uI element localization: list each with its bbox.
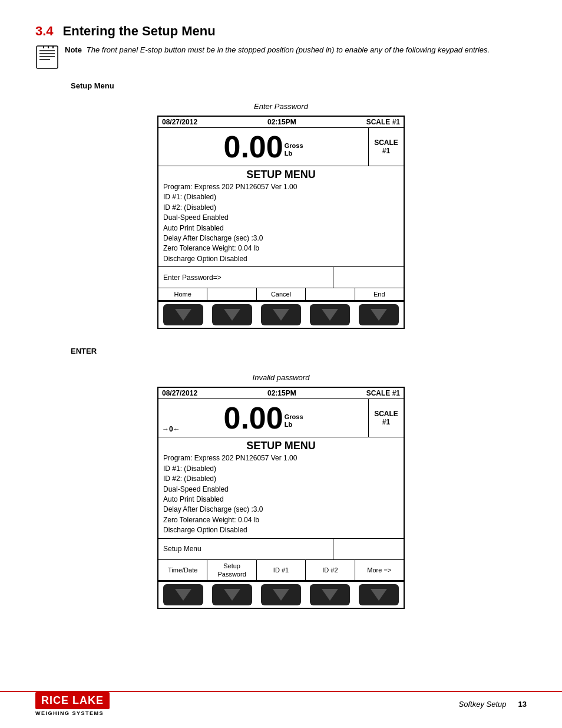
screen2-info-line-0: Program: Express 202 PN126057 Ver 1.00 [163,453,399,463]
screen2-scale-badge: SCALE #1 [368,399,404,437]
screen2-section: Invalid password 08/27/2012 02:15PM SCAL… [35,373,527,609]
screen1-weight-area: 0.00 Gross Lb [158,128,368,166]
screen2-info-line-1: ID #1: (Disabled) [163,464,399,474]
screen1-section: Enter Password 08/27/2012 02:15PM SCALE … [35,102,527,329]
screen1-softkey-2: Cancel [257,288,306,300]
screen2-info-line-5: Delay After Discharge (sec) :3.0 [163,505,399,515]
screen2-info-line-3: Dual-Speed Enabled [163,485,399,495]
note-label: Note [65,45,82,54]
section-heading: 3.4 Entering the Setup Menu [35,24,527,39]
logo-text: RICE LAKE [35,692,110,709]
screen1-btn-0[interactable] [163,304,203,325]
screen2-input-field[interactable] [333,539,404,559]
screen1-caption: Enter Password [254,102,308,111]
note-text: The front panel E-stop button must be in… [87,45,490,54]
screen1-input-field[interactable] [333,267,404,288]
footer-logo: RICE LAKE WEIGHING SYSTEMS [35,692,110,716]
zero-indicator: →0← [162,425,180,433]
screen1-btn-2[interactable] [261,304,301,325]
screen2-date: 08/27/2012 [162,389,197,397]
screen2-btn-1[interactable] [212,584,252,605]
screen2-info-line-2: ID #2: (Disabled) [163,474,399,484]
screen1-btn-4[interactable] [359,304,399,325]
screen2-caption: Invalid password [253,373,310,382]
screen2-btn-2[interactable] [261,584,301,605]
screen1-time: 02:15PM [267,118,296,126]
footer-right: Softkey Setup 13 [459,700,527,709]
screen2-info-line-7: Discharge Option Disabled [163,525,399,535]
screen1-info-line-0: Program: Express 202 PN126057 Ver 1.00 [163,182,399,192]
screen1-info-line-6: Zero Tolerance Weight: 0.04 lb [163,243,399,253]
screen1-softkey-0: Home [158,288,207,300]
screen1-softkey-1 [207,288,256,300]
section-number: 3.4 [35,24,54,39]
screen1-main-area: 0.00 Gross Lb SCALE #1 [158,128,404,166]
page-footer: RICE LAKE WEIGHING SYSTEMS Softkey Setup… [0,691,562,716]
screen1-btn-3[interactable] [310,304,350,325]
note-icon [35,45,59,70]
screen2-input-label: Setup Menu [158,539,333,559]
screen2-softkey-4: More => [355,560,404,581]
screen2-softkey-1: SetupPassword [207,560,256,581]
screen2-softkey-0: Time/Date [158,560,207,581]
screen1-info-line-4: Auto Print Disabled [163,223,399,233]
screen1-info-line-7: Discharge Option Disabled [163,254,399,264]
screen1-softkey-4: End [355,288,404,300]
screen2-scale: SCALE #1 [366,389,400,397]
screen2-setup-title: SETUP MENU [163,440,399,452]
section-title: Entering the Setup Menu [63,24,216,39]
screen1-input-label: Enter Password=> [158,267,333,288]
screen1-info-line-5: Delay After Discharge (sec) :3.0 [163,233,399,243]
screen1-top-bar: 08/27/2012 02:15PM SCALE #1 [158,117,404,128]
setup-menu-label: Setup Menu [71,81,527,90]
screen2-btn-3[interactable] [310,584,350,605]
screen1-scale-badge: SCALE #1 [368,128,404,166]
screen1-button-row [157,302,405,329]
screen2-lcd: 08/27/2012 02:15PM SCALE #1 →0← 0.00 Gro… [157,387,405,582]
logo-sub: WEIGHING SYSTEMS [35,710,104,716]
footer-softkey-label: Softkey Setup [459,700,507,709]
screen1-input-row: Enter Password=> [158,267,404,288]
screen1-softkey-labels: Home Cancel End [158,288,404,301]
screen2-softkey-2: ID #1 [257,560,306,581]
footer-page-number: 13 [518,700,527,709]
screen1-softkey-3 [306,288,355,300]
screen2-btn-0[interactable] [163,584,203,605]
screen2-softkey-3: ID #2 [306,560,355,581]
screen1-weight-unit: Gross Lb [285,142,303,157]
screen2-weight: 0.00 [223,403,283,433]
note-content: Note The front panel E-stop button must … [65,45,490,55]
screen1-lcd: 08/27/2012 02:15PM SCALE #1 0.00 Gross L… [157,116,405,302]
screen1-weight: 0.00 [223,131,283,162]
screen2-time: 02:15PM [267,389,296,397]
screen2-softkey-labels: Time/Date SetupPassword ID #1 ID #2 More… [158,560,404,581]
screen2-info-line-6: Zero Tolerance Weight: 0.04 lb [163,515,399,525]
note-box: Note The front panel E-stop button must … [35,45,527,70]
screen1-info-line-2: ID #2: (Disabled) [163,203,399,213]
screen2-input-row: Setup Menu [158,539,404,560]
screen2-weight-unit: Gross Lb [285,413,303,429]
screen2-info-area: SETUP MENU Program: Express 202 PN126057… [158,437,404,538]
screen2-weight-area: →0← 0.00 Gross Lb [158,399,368,437]
screen1-info-area: SETUP MENU Program: Express 202 PN126057… [158,166,404,267]
screen2-button-row [157,582,405,609]
screen1-date: 08/27/2012 [162,118,197,126]
screen1-scale: SCALE #1 [366,118,400,126]
screen2-top-bar: 08/27/2012 02:15PM SCALE #1 [158,388,404,399]
screen1-setup-title: SETUP MENU [163,169,399,181]
screen2-btn-4[interactable] [359,584,399,605]
screen2-info-line-4: Auto Print Disabled [163,495,399,505]
screen1-btn-1[interactable] [212,304,252,325]
enter-label: ENTER [71,347,527,355]
svg-rect-0 [37,46,58,68]
screen2-main-area: →0← 0.00 Gross Lb SCALE #1 [158,399,404,437]
screen1-info-line-1: ID #1: (Disabled) [163,192,399,202]
screen1-info-line-3: Dual-Speed Enabled [163,213,399,223]
